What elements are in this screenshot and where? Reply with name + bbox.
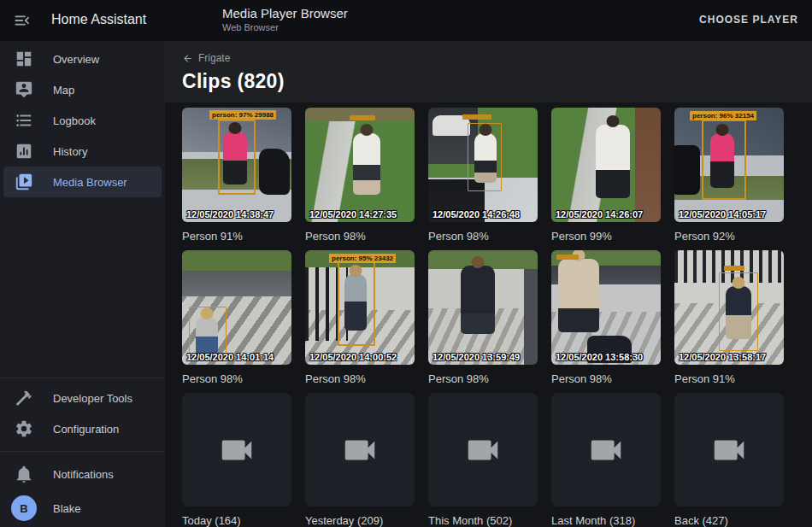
menu-open-icon[interactable] bbox=[12, 10, 32, 31]
folder-item-this-month[interactable]: This Month (502) bbox=[428, 393, 538, 527]
detection-label bbox=[556, 255, 579, 260]
folder-thumbnail bbox=[428, 393, 538, 507]
clip-caption: Person 92% bbox=[674, 230, 784, 250]
detection-bbox bbox=[218, 120, 256, 195]
video-camera-icon bbox=[217, 430, 256, 470]
page-title: Clips (820) bbox=[182, 70, 812, 93]
tooltip-account-icon bbox=[14, 79, 34, 100]
clip-item[interactable]: person: 95% 23432 12/05/2020 14:00:52 Pe… bbox=[305, 250, 415, 393]
detection-bbox bbox=[338, 261, 375, 346]
user-avatar: B bbox=[11, 495, 37, 521]
arrow-left-icon bbox=[182, 53, 193, 64]
clip-item[interactable]: 12/05/2020 14:27:35 Person 98% bbox=[305, 108, 415, 250]
sidebar-item-label: Notifications bbox=[53, 468, 114, 481]
detection-bbox bbox=[719, 272, 758, 351]
clip-timestamp: 12/05/2020 14:00:52 bbox=[309, 352, 397, 362]
clip-thumbnail: 12/05/2020 13:59:49 bbox=[428, 250, 538, 365]
clip-item[interactable]: 12/05/2020 13:58:17 Person 91% bbox=[674, 250, 784, 393]
sidebar-item-label: Configuration bbox=[53, 423, 119, 436]
clip-caption: Person 99% bbox=[551, 230, 661, 250]
play-box-multiple-icon bbox=[14, 172, 34, 192]
video-camera-icon bbox=[463, 430, 503, 470]
content-header: Frigate Clips (820) bbox=[165, 41, 812, 102]
folder-thumbnail bbox=[674, 393, 784, 507]
sidebar-item-media-browser[interactable]: Media Browser bbox=[3, 167, 162, 197]
hammer-icon bbox=[14, 388, 34, 408]
folder-thumbnail bbox=[551, 393, 661, 507]
detection-label bbox=[724, 266, 744, 271]
sidebar-item-map[interactable]: Map bbox=[3, 74, 162, 105]
clip-thumbnail: person: 97% 29988 12/05/2020 14:38:47 bbox=[182, 108, 291, 222]
gear-icon bbox=[14, 419, 34, 439]
user-name: Blake bbox=[53, 502, 81, 515]
folder-label: Yesterday (209) bbox=[305, 514, 415, 527]
sidebar-item-label: Overview bbox=[53, 53, 99, 66]
sidebar-item-configuration[interactable]: Configuration bbox=[3, 413, 162, 444]
clip-thumbnail: 12/05/2020 14:01:14 bbox=[182, 250, 291, 365]
clip-caption: Person 98% bbox=[428, 230, 538, 250]
clip-item[interactable]: 12/05/2020 13:58:30 Person 98% bbox=[551, 250, 661, 393]
clip-caption: Person 98% bbox=[428, 372, 538, 393]
clip-timestamp: 12/05/2020 14:26:48 bbox=[432, 209, 520, 220]
clip-caption: Person 91% bbox=[182, 230, 291, 250]
stroller-shape bbox=[674, 145, 700, 195]
folder-item-yesterday[interactable]: Yesterday (209) bbox=[305, 393, 415, 527]
home-assistant-app: Home Assistant Media Player Browser Web … bbox=[0, 0, 812, 527]
clip-timestamp: 12/05/2020 14:05:17 bbox=[679, 209, 766, 220]
folder-item-today[interactable]: Today (164) bbox=[182, 393, 291, 527]
top-app-bar: Home Assistant Media Player Browser Web … bbox=[0, 0, 812, 41]
detection-label bbox=[350, 115, 375, 120]
clip-item[interactable]: 12/05/2020 14:26:48 Person 98% bbox=[428, 108, 538, 250]
clip-caption: Person 98% bbox=[305, 372, 415, 393]
choose-player-button[interactable]: CHOOSE PLAYER bbox=[699, 14, 798, 26]
clip-item[interactable]: 12/05/2020 13:59:49 Person 98% bbox=[428, 250, 538, 393]
back-link-frigate[interactable]: Frigate bbox=[182, 51, 812, 65]
video-camera-icon bbox=[709, 430, 749, 470]
sidebar-item-label: Developer Tools bbox=[53, 392, 132, 405]
clip-timestamp: 12/05/2020 13:58:30 bbox=[556, 352, 643, 362]
media-player-title: Media Player Browser bbox=[222, 6, 348, 20]
sidebar-item-label: Media Browser bbox=[53, 176, 127, 189]
stroller-shape bbox=[259, 149, 290, 195]
clip-thumbnail: 12/05/2020 13:58:30 bbox=[551, 250, 661, 365]
clip-thumbnail: 12/05/2020 14:26:07 bbox=[551, 108, 661, 222]
sidebar-item-overview[interactable]: Overview bbox=[3, 44, 162, 74]
sidebar-item-label: Logbook bbox=[53, 114, 96, 127]
sidebar-item-logbook[interactable]: Logbook bbox=[3, 105, 162, 136]
bell-icon bbox=[14, 464, 34, 484]
sidebar: Overview Map Logbook History bbox=[0, 41, 165, 527]
sidebar-item-label: Map bbox=[53, 84, 74, 97]
detection-label: person: 97% 29988 bbox=[209, 110, 276, 120]
clip-timestamp: 12/05/2020 13:59:49 bbox=[432, 352, 520, 362]
detection-bbox bbox=[702, 120, 746, 200]
sidebar-item-user[interactable]: B Blake bbox=[3, 489, 162, 527]
folder-item-last-month[interactable]: Last Month (318) bbox=[551, 393, 661, 527]
clip-item[interactable]: 12/05/2020 14:26:07 Person 99% bbox=[551, 108, 661, 250]
sidebar-item-history[interactable]: History bbox=[3, 136, 162, 167]
sidebar-item-notifications[interactable]: Notifications bbox=[3, 459, 162, 489]
sidebar-bottom: Developer Tools Configuration Notificati… bbox=[0, 378, 165, 527]
folder-item-back[interactable]: Back (427) bbox=[674, 393, 784, 527]
folder-label: Back (427) bbox=[674, 514, 784, 527]
person-figure bbox=[461, 266, 495, 334]
list-bulleted-icon bbox=[14, 110, 34, 131]
detection-label bbox=[462, 114, 491, 120]
clip-thumbnail: person: 96% 32154 12/05/2020 14:05:17 bbox=[674, 108, 784, 222]
clip-caption: Person 98% bbox=[182, 372, 291, 393]
clip-item[interactable]: person: 96% 32154 12/05/2020 14:05:17 Pe… bbox=[674, 108, 784, 250]
clip-item[interactable]: 12/05/2020 14:01:14 Person 98% bbox=[182, 250, 291, 393]
sidebar-divider bbox=[0, 451, 165, 452]
media-player-header: Media Player Browser Web Browser bbox=[222, 6, 348, 32]
back-label: Frigate bbox=[198, 52, 230, 64]
sidebar-item-developer-tools[interactable]: Developer Tools bbox=[3, 383, 162, 413]
clip-timestamp: 12/05/2020 14:26:07 bbox=[556, 209, 643, 220]
clip-item[interactable]: person: 97% 29988 12/05/2020 14:38:47 Pe… bbox=[182, 108, 291, 250]
folder-label: Today (164) bbox=[182, 514, 291, 527]
clip-caption: Person 98% bbox=[305, 230, 415, 250]
clip-caption: Person 98% bbox=[551, 372, 661, 393]
video-camera-icon bbox=[586, 430, 626, 470]
person-figure bbox=[596, 125, 630, 198]
person-figure bbox=[353, 133, 380, 195]
detection-bbox bbox=[468, 123, 502, 191]
folder-thumbnail bbox=[305, 393, 415, 507]
